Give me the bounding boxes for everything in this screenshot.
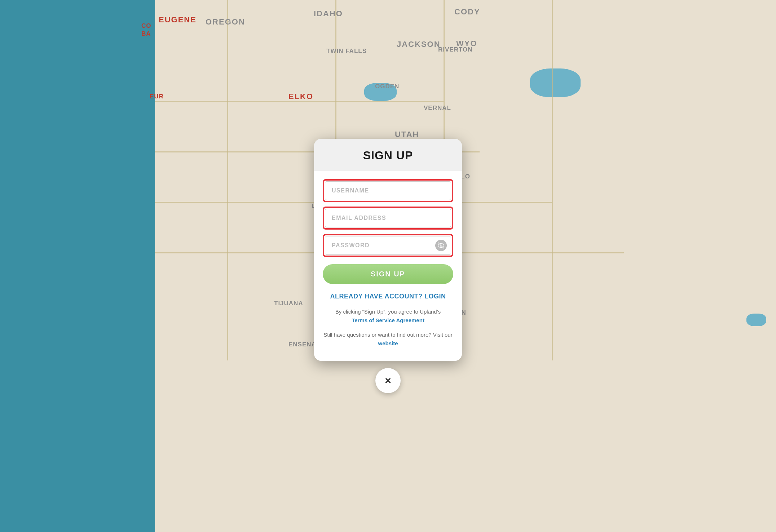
map-label-co: CO xyxy=(141,22,151,30)
water-body xyxy=(746,314,766,326)
modal-header: SIGN UP xyxy=(314,139,462,170)
modal-container: SIGN UP xyxy=(314,139,462,393)
map-label-riverton: RIVERTON xyxy=(438,46,473,53)
website-paragraph: Still have questions or want to find out… xyxy=(323,331,452,348)
map-label-utah: UTAH xyxy=(395,130,419,139)
signup-modal: SIGN UP xyxy=(314,139,462,361)
map-label-jackson: JACKSON xyxy=(397,40,441,49)
map-label-idaho: IDAHO xyxy=(314,9,343,18)
water-body xyxy=(530,68,581,97)
username-field-wrapper xyxy=(323,179,453,202)
login-link[interactable]: ALREADY HAVE ACCOUNT? LOGIN xyxy=(330,293,446,300)
map-label-eureka: EUR xyxy=(150,93,164,100)
map-label-oregon: OREGON xyxy=(206,17,245,27)
signup-button[interactable]: SIGN UP xyxy=(323,264,453,284)
map-label-ogden: OGDEN xyxy=(375,83,399,90)
email-input[interactable] xyxy=(325,209,451,227)
map-land xyxy=(155,0,776,532)
map-label-cody: CODY xyxy=(454,7,480,17)
eye-slash-icon xyxy=(438,242,444,249)
password-wrapper xyxy=(325,236,451,255)
road xyxy=(227,0,228,360)
email-field-wrapper xyxy=(323,207,453,230)
password-visibility-toggle[interactable] xyxy=(435,240,447,251)
password-input[interactable] xyxy=(325,236,451,255)
map-label-vernal: VERNAL xyxy=(424,105,451,112)
modal-body: SIGN UP ALREADY HAVE ACCOUNT? LOGIN By c… xyxy=(314,170,462,361)
road xyxy=(552,0,553,360)
map-label-eugene: EUGENE xyxy=(159,15,197,25)
map-label-twin-falls: TWIN FALLS xyxy=(326,48,367,55)
terms-text-before: By clicking “Sign Up”, you agree to Upla… xyxy=(335,309,441,315)
close-button[interactable]: × xyxy=(375,368,401,393)
terms-paragraph: By clicking “Sign Up”, you agree to Upla… xyxy=(335,307,441,325)
map-ocean xyxy=(0,0,155,532)
password-field-wrapper xyxy=(323,234,453,257)
map-label-elko: ELKO xyxy=(288,92,313,101)
modal-title: SIGN UP xyxy=(325,149,451,162)
website-text-before: Still have questions or want to find out… xyxy=(323,332,452,338)
username-input[interactable] xyxy=(325,181,451,200)
map-label-ba: BA xyxy=(141,30,151,37)
website-link[interactable]: website xyxy=(378,340,398,346)
terms-link[interactable]: Terms of Service Agreement xyxy=(352,317,424,323)
map-label-tijuana: TIJUANA xyxy=(274,300,303,307)
